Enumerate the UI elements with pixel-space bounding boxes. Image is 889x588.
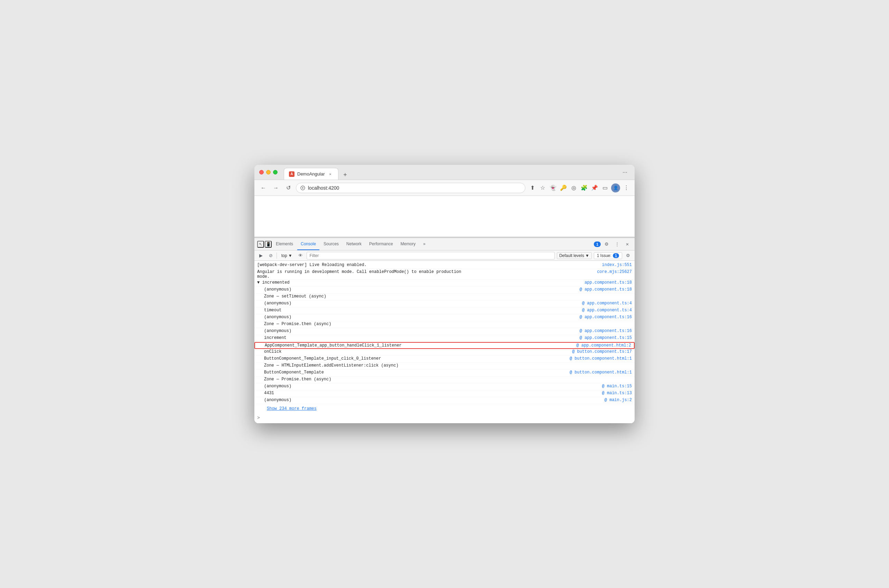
console-line-text: 4431 bbox=[257, 391, 602, 396]
console-source-link[interactable]: @ app.component.ts:15 bbox=[580, 336, 632, 340]
console-line-text: onClick bbox=[257, 349, 572, 354]
reload-button[interactable]: ↺ bbox=[284, 183, 293, 193]
default-levels-label: Default levels bbox=[559, 253, 584, 258]
console-line-text: (anonymous) bbox=[257, 398, 605, 402]
console-message-badge: 1 bbox=[594, 242, 601, 247]
tab-performance[interactable]: Performance bbox=[366, 238, 396, 250]
console-line: (anonymous) @ main.js:2 bbox=[254, 397, 635, 404]
console-source-link[interactable]: @ button.component.html:1 bbox=[570, 356, 632, 361]
bookmark-icon[interactable]: ☆ bbox=[539, 184, 547, 192]
profile-pin-icon[interactable]: 📌 bbox=[590, 184, 599, 192]
console-prompt: > bbox=[254, 414, 635, 422]
minimize-window-button[interactable] bbox=[266, 170, 271, 174]
execute-button[interactable]: ▶ bbox=[257, 252, 265, 260]
console-line-text: ▼ incremented bbox=[257, 280, 584, 285]
address-bar[interactable]: localhost:4200 bbox=[296, 183, 526, 193]
browser-tab-demo-angular[interactable]: A DemoAngular × bbox=[284, 168, 338, 180]
console-source-link[interactable]: @ app.component.ts:4 bbox=[582, 301, 632, 306]
console-source-link[interactable]: @ app.component.ts:18 bbox=[580, 287, 632, 292]
issue-count-badge: 1 bbox=[613, 253, 619, 258]
devtools-close-button[interactable]: × bbox=[623, 240, 632, 249]
cast-icon[interactable]: ▭ bbox=[601, 184, 609, 192]
devtools-more-options-icon[interactable]: ⋮ bbox=[613, 240, 622, 249]
tab-more[interactable]: » bbox=[420, 238, 429, 250]
issues-badge[interactable]: 1 Issue: 1 bbox=[594, 252, 622, 259]
page-content bbox=[254, 196, 635, 237]
browser-window: A DemoAngular × + ⋯ ← → ↺ localhost:4200… bbox=[254, 165, 635, 423]
console-line: 4431 @ main.ts:13 bbox=[254, 390, 635, 397]
console-source-link[interactable]: index.js:551 bbox=[602, 262, 632, 267]
extension-icon[interactable]: 👻 bbox=[549, 184, 557, 192]
console-line: Zone — HTMLInputElement.addEventListener… bbox=[254, 363, 635, 370]
extension2-icon[interactable]: 🧩 bbox=[580, 184, 588, 192]
tab-elements[interactable]: Elements bbox=[272, 238, 297, 250]
console-line-text: (anonymous) bbox=[257, 384, 602, 388]
default-levels-selector[interactable]: Default levels ▼ bbox=[557, 252, 592, 259]
console-source-link[interactable]: @ main.ts:13 bbox=[602, 391, 632, 396]
console-line-text: increment bbox=[257, 336, 580, 340]
console-source-link[interactable]: core.mjs:25627 bbox=[597, 270, 632, 274]
console-output: [webpack-dev-server] Live Reloading enab… bbox=[254, 261, 635, 423]
devtools-inspect-icon[interactable]: ↖ bbox=[257, 241, 264, 248]
back-button[interactable]: ← bbox=[258, 183, 268, 193]
console-line-text: (anonymous) bbox=[257, 315, 580, 320]
console-line-text: (anonymous) bbox=[257, 328, 580, 333]
issues-settings-icon[interactable]: ⚙ bbox=[624, 252, 632, 260]
console-line: Angular is running in development mode. … bbox=[254, 269, 635, 280]
forward-button[interactable]: → bbox=[271, 183, 281, 193]
eye-icon-button[interactable]: 👁 bbox=[297, 252, 305, 260]
tab-close-button[interactable]: × bbox=[328, 171, 333, 177]
devtools-right-controls: 1 ⚙ ⋮ × bbox=[594, 240, 632, 249]
password-icon[interactable]: 🔑 bbox=[559, 184, 568, 192]
console-source-link[interactable]: @ app.component.ts:4 bbox=[582, 308, 632, 313]
console-source-link[interactable]: app.component.ts:18 bbox=[584, 280, 632, 285]
top-context-selector[interactable]: top ▼ bbox=[279, 252, 295, 259]
console-line: (anonymous) @ main.ts:15 bbox=[254, 384, 635, 390]
console-line-text: timeout bbox=[257, 308, 582, 313]
console-line-text: Zone — Promise.then (async) bbox=[257, 322, 632, 327]
stop-button[interactable]: ⊘ bbox=[267, 252, 275, 260]
console-line-text: Zone — setTimeout (async) bbox=[257, 294, 632, 299]
maximize-window-button[interactable] bbox=[273, 170, 278, 174]
console-line: timeout @ app.component.ts:4 bbox=[254, 308, 635, 314]
top-context-label: top bbox=[281, 253, 287, 258]
console-line-text: [webpack-dev-server] Live Reloading enab… bbox=[257, 262, 602, 267]
console-source-link[interactable]: @ main.ts:15 bbox=[602, 384, 632, 388]
share-icon[interactable]: ⬆ bbox=[528, 184, 536, 192]
console-line: ▼ incremented app.component.ts:18 bbox=[254, 280, 635, 287]
console-line-text: (anonymous) bbox=[257, 287, 580, 292]
devtools-device-icon[interactable]: 📱 bbox=[265, 241, 272, 248]
prompt-arrow: > bbox=[257, 415, 260, 420]
devtools-settings-icon[interactable]: ⚙ bbox=[602, 240, 611, 249]
user-avatar[interactable]: 👤 bbox=[611, 183, 620, 192]
console-source-link[interactable]: @ button.component.html:1 bbox=[570, 370, 632, 375]
console-source-link[interactable]: @ app.component.ts:16 bbox=[580, 315, 632, 320]
tab-console[interactable]: Console bbox=[297, 238, 319, 250]
title-bar-right: ⋯ bbox=[620, 168, 630, 177]
console-line: Zone — setTimeout (async) bbox=[254, 294, 635, 301]
console-source-link[interactable]: @ app.component.html:2 bbox=[577, 343, 631, 348]
tab-network[interactable]: Network bbox=[343, 238, 365, 250]
console-line-text: ButtonComponent_Template bbox=[257, 370, 570, 375]
console-line-text: Zone — HTMLInputElement.addEventListener… bbox=[257, 363, 632, 368]
tab-memory[interactable]: Memory bbox=[397, 238, 419, 250]
show-more-container: Show 234 more frames bbox=[254, 404, 635, 414]
new-tab-button[interactable]: + bbox=[341, 170, 350, 180]
console-source-link[interactable]: @ app.component.ts:16 bbox=[580, 328, 632, 333]
minimize-chrome-icon[interactable]: ⋯ bbox=[620, 168, 630, 177]
nav-bar: ← → ↺ localhost:4200 ⬆ ☆ 👻 🔑 ◎ 🧩 📌 ▭ 👤 ⋮ bbox=[254, 180, 635, 196]
console-source-link[interactable]: @ main.js:2 bbox=[605, 398, 632, 402]
nav-right-icons: ⬆ ☆ 👻 🔑 ◎ 🧩 📌 ▭ 👤 ⋮ bbox=[528, 183, 631, 192]
more-options-icon[interactable]: ⋮ bbox=[622, 184, 631, 192]
close-window-button[interactable] bbox=[259, 170, 264, 174]
console-source-link[interactable]: @ button.component.ts:17 bbox=[572, 349, 632, 354]
console-line: onClick @ button.component.ts:17 bbox=[254, 349, 635, 356]
lens-icon[interactable]: ◎ bbox=[570, 184, 578, 192]
console-line: (anonymous) @ app.component.ts:16 bbox=[254, 314, 635, 321]
angular-favicon: A bbox=[289, 171, 294, 177]
show-more-frames-link[interactable]: Show 234 more frames bbox=[264, 405, 319, 412]
issue-label: 1 Issue: bbox=[597, 253, 611, 258]
highlighted-console-line: AppComponent_Template_app_button_handleC… bbox=[254, 342, 635, 349]
filter-input[interactable] bbox=[306, 252, 555, 260]
tab-sources[interactable]: Sources bbox=[320, 238, 342, 250]
